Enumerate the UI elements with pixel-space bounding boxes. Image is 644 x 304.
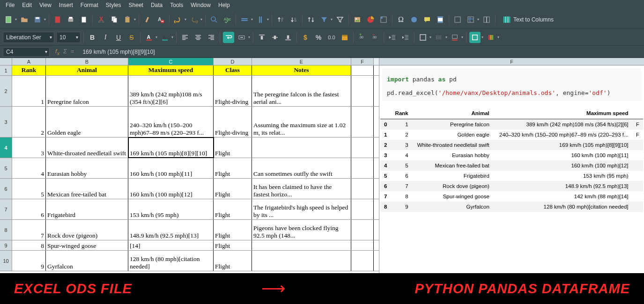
menu-window[interactable]: Window xyxy=(187,2,215,8)
border-color-icon[interactable] xyxy=(449,32,460,43)
undo-dropdown[interactable]: ▾ xyxy=(185,17,186,22)
chart-icon[interactable] xyxy=(365,14,376,25)
column-header-F[interactable]: F xyxy=(351,58,374,65)
sort-asc-icon[interactable] xyxy=(275,14,286,25)
cell[interactable] xyxy=(351,251,374,271)
clone-format-icon[interactable] xyxy=(142,14,153,25)
cell[interactable]: Flight xyxy=(214,199,252,219)
copy-icon[interactable] xyxy=(109,14,120,25)
cell[interactable] xyxy=(252,251,351,271)
date-icon[interactable] xyxy=(339,32,350,43)
cell[interactable]: Flight xyxy=(214,158,252,178)
find-icon[interactable] xyxy=(208,14,220,25)
spellcheck-icon[interactable]: Abc xyxy=(222,14,233,25)
cell[interactable] xyxy=(351,76,374,106)
align-left-icon[interactable] xyxy=(179,32,191,43)
cell[interactable]: 153 km/h (95 mph) xyxy=(128,199,214,219)
row-header-4[interactable]: 4 xyxy=(0,138,12,158)
font-color-icon[interactable]: A xyxy=(143,32,155,43)
border-style-icon[interactable] xyxy=(433,32,444,43)
row-icon[interactable] xyxy=(239,14,250,25)
paste-icon[interactable] xyxy=(122,14,133,25)
cell[interactable] xyxy=(351,65,374,75)
cell[interactable]: Peregrine falcon xyxy=(46,76,128,106)
cell[interactable]: Flight xyxy=(214,138,252,158)
cell[interactable] xyxy=(351,158,374,178)
pivot-icon[interactable] xyxy=(378,14,389,25)
split-icon[interactable] xyxy=(481,14,492,25)
filter-dropdown[interactable]: ▾ xyxy=(331,17,333,22)
row-header-6[interactable]: 6 xyxy=(0,179,12,199)
sum-icon[interactable]: Σ xyxy=(63,48,67,56)
row-header-3[interactable]: 3 xyxy=(0,107,12,137)
borders-dropdown[interactable]: ▾ xyxy=(429,35,431,39)
cell[interactable]: The frigatebird's high speed is helped b… xyxy=(252,199,351,219)
remove-decimal-icon[interactable]: .00− xyxy=(370,32,381,43)
menu-sheet[interactable]: Sheet xyxy=(125,2,147,8)
cell[interactable]: Spur-winged goose xyxy=(46,240,128,250)
column-header-E[interactable]: E xyxy=(252,58,351,65)
cell[interactable]: 148.9 km/h (92.5 mph)[13] xyxy=(128,220,214,240)
align-right-icon[interactable] xyxy=(206,32,217,43)
indent-inc-icon[interactable] xyxy=(400,32,411,43)
cell[interactable]: 4 xyxy=(12,158,46,178)
cell[interactable]: Gyrfalcon xyxy=(46,251,128,271)
col-dropdown[interactable]: ▾ xyxy=(267,17,269,22)
column-header-B[interactable]: B xyxy=(46,58,128,65)
cell[interactable] xyxy=(351,138,374,158)
header-cell[interactable]: Maximum speed xyxy=(128,65,214,75)
menu-view[interactable]: View xyxy=(36,2,55,8)
row-header-9[interactable]: 9 xyxy=(0,240,12,250)
new-file-icon[interactable] xyxy=(3,14,14,25)
special-char-icon[interactable]: Ω xyxy=(395,14,407,25)
cell[interactable]: Can sometimes outfly the swift xyxy=(252,158,351,178)
cell[interactable]: Rock dove (pigeon) xyxy=(46,220,128,240)
cell[interactable]: 240–320 km/h (150–200 mph)67–89 m/s (220… xyxy=(128,107,214,137)
headers-footers-icon[interactable] xyxy=(435,14,446,25)
menu-format[interactable]: Format xyxy=(77,2,102,8)
cell[interactable] xyxy=(351,107,374,137)
select-all-corner[interactable] xyxy=(0,58,12,65)
cell[interactable]: 1 xyxy=(12,76,46,106)
comment-icon[interactable] xyxy=(422,14,433,25)
menu-styles[interactable]: Styles xyxy=(102,2,125,8)
hyperlink-icon[interactable] xyxy=(408,14,420,25)
open-icon[interactable] xyxy=(19,14,30,25)
print-preview-icon[interactable] xyxy=(78,14,89,25)
cell[interactable]: Flight xyxy=(214,240,252,250)
cell[interactable]: Flight xyxy=(214,179,252,199)
number-icon[interactable]: 0.0 xyxy=(326,32,337,43)
menu-edit[interactable]: Edit xyxy=(18,2,36,8)
cell[interactable] xyxy=(351,240,374,250)
cell[interactable]: Flight-diving xyxy=(214,76,252,106)
cell[interactable]: It has been claimed to have the fastest … xyxy=(252,179,351,199)
new-dropdown[interactable]: ▾ xyxy=(15,17,17,22)
freeze-dropdown[interactable]: ▾ xyxy=(477,17,479,22)
sort-icon[interactable] xyxy=(305,14,317,25)
cell[interactable] xyxy=(351,179,374,199)
cell[interactable]: 7 xyxy=(12,220,46,240)
redo-icon[interactable] xyxy=(188,14,200,25)
row-header-8[interactable]: 8 xyxy=(0,220,12,240)
header-cell[interactable]: Class xyxy=(214,65,252,75)
menu-insert[interactable]: Insert xyxy=(55,2,77,8)
cell[interactable] xyxy=(252,240,351,250)
percent-icon[interactable]: % xyxy=(313,32,324,43)
paste-dropdown[interactable]: ▾ xyxy=(134,17,136,22)
cell[interactable]: Pigeons have been clocked flying 92.5 mp… xyxy=(252,220,351,240)
cell-reference-box[interactable]: C4 xyxy=(3,47,50,57)
borders-icon[interactable] xyxy=(417,32,429,43)
cell[interactable]: Golden eagle xyxy=(46,107,128,137)
redo-dropdown[interactable]: ▾ xyxy=(200,17,202,22)
cell[interactable]: 9 xyxy=(12,251,46,271)
spreadsheet-grid[interactable]: ABCDEF 1RankAnimalMaximum speedClassNote… xyxy=(0,58,379,273)
font-name-combo[interactable]: Liberation Ser xyxy=(3,32,54,43)
cell[interactable]: 128 km/h (80 mph)[citation needed] xyxy=(128,251,214,271)
row-dropdown[interactable]: ▾ xyxy=(251,17,253,22)
cell[interactable]: 2 xyxy=(12,107,46,137)
pdf-export-icon[interactable] xyxy=(52,14,63,25)
header-cell[interactable]: Animal xyxy=(46,65,128,75)
header-cell[interactable]: Notes xyxy=(252,65,351,75)
cell[interactable]: 160 km/h (100 mph)[12] xyxy=(128,179,214,199)
valign-middle-icon[interactable] xyxy=(269,32,281,43)
